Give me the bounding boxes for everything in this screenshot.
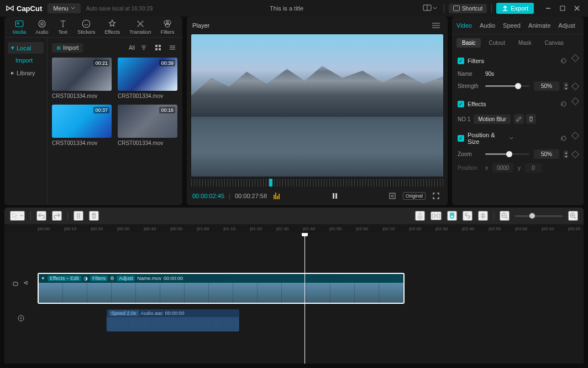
mute-track-icon[interactable] [23, 279, 30, 286]
insp-tab-audio[interactable]: Audio [480, 22, 495, 29]
keyframe-icon[interactable] [571, 132, 579, 139]
spin-down[interactable]: ▾ [564, 86, 568, 90]
reset-icon[interactable] [558, 133, 569, 144]
insp-tab-speed[interactable]: Speed [503, 22, 521, 29]
audio-clip[interactable]: Speed 2.0x Audio.aac 00:00:00 [107, 309, 239, 331]
split-button[interactable] [74, 211, 83, 221]
sidebar-item-local[interactable]: ▾Local [8, 42, 44, 54]
lock-track-icon[interactable] [12, 279, 19, 286]
insp-tab-animate[interactable]: Animate [528, 22, 550, 29]
ruler-tick: |01:00 [197, 226, 209, 231]
insp-tab-adjust[interactable]: Adjust [558, 22, 575, 29]
preview-axis-button[interactable] [478, 211, 488, 221]
tab-transition[interactable]: Transition [126, 18, 154, 36]
menu-button[interactable]: Menu [48, 3, 81, 13]
media-clip[interactable]: 00:16CRST001334.mov [118, 105, 178, 146]
media-clip[interactable]: 00:39CRST001334.mov [118, 58, 178, 99]
shortcut-button[interactable]: Shortcut [449, 4, 487, 13]
tab-stickers[interactable]: Stickers [74, 18, 98, 36]
timeline-tracks[interactable]: ✦ Effects – Edit ◑ Filters ⚙ Adjust Name… [4, 233, 584, 364]
spin-up[interactable]: ▴ [564, 82, 568, 86]
player-menu-button[interactable] [430, 20, 442, 30]
preview-viewport[interactable] [191, 34, 443, 177]
view-grid-button[interactable] [153, 42, 164, 53]
media-clip[interactable]: 00:21CRST001334.mov [52, 58, 112, 99]
tab-effects[interactable]: Effects [102, 18, 123, 36]
delete-button[interactable] [89, 211, 99, 221]
sort-button[interactable] [138, 42, 149, 53]
spin-up[interactable]: ▴ [564, 151, 568, 154]
filter-all[interactable]: All [129, 45, 135, 51]
ruler-tick: |03:00 [515, 226, 527, 231]
zoom-in-button[interactable] [568, 211, 578, 221]
zoom-out-button[interactable] [500, 211, 510, 221]
redo-button[interactable] [52, 211, 62, 221]
pos-y-input[interactable] [525, 163, 542, 173]
filter-icon: ◑ [83, 276, 88, 281]
undo-button[interactable] [36, 211, 46, 221]
view-list-button[interactable] [167, 42, 178, 53]
filters-checkbox[interactable]: ✓ [458, 58, 464, 64]
sidebar-item-import[interactable]: Import [8, 55, 44, 66]
edit-effect-icon[interactable] [514, 114, 524, 124]
audio-track-icon[interactable] [18, 315, 24, 322]
record-button[interactable] [415, 211, 425, 221]
export-button[interactable]: Export [496, 3, 534, 14]
import-button[interactable]: ⊕Import [52, 43, 83, 53]
keyframe-icon[interactable] [571, 54, 579, 62]
playhead[interactable] [305, 233, 305, 364]
media-clip[interactable]: 00:37CRST001334.mov [52, 105, 112, 146]
tab-media[interactable]: Media [9, 18, 30, 36]
divider [444, 4, 444, 13]
svg-rect-16 [159, 45, 161, 47]
link-button[interactable] [463, 211, 473, 221]
keyframe-icon[interactable] [571, 97, 579, 105]
magnet-button[interactable] [447, 211, 457, 221]
ruler-tick: |01:20 [250, 226, 262, 231]
zoom-slider[interactable] [485, 153, 529, 155]
layout-button[interactable] [421, 2, 439, 14]
subtab-cutout[interactable]: Cutout [483, 38, 510, 48]
original-badge[interactable]: Original [403, 192, 426, 200]
spin-down[interactable]: ▾ [564, 154, 568, 158]
close-button[interactable] [571, 3, 582, 14]
keyframe-icon[interactable] [571, 82, 579, 90]
ruler-tick: |01:10 [223, 226, 235, 231]
strength-input[interactable] [534, 81, 559, 91]
pos-x-input[interactable] [492, 163, 513, 173]
tab-audio[interactable]: Audio [33, 18, 52, 36]
player-title: Player [192, 22, 209, 29]
tab-filters[interactable]: Filters [158, 18, 178, 36]
sidebar-item-library[interactable]: ▸Library [8, 67, 44, 79]
scopes-button[interactable] [271, 190, 284, 201]
select-tool[interactable] [10, 211, 25, 221]
main-track-button[interactable] [431, 211, 442, 220]
zoom-slider[interactable] [515, 215, 563, 217]
keyframe-icon[interactable] [571, 150, 579, 158]
ruler-tick: |00:30 [117, 226, 129, 231]
maximize-button[interactable] [557, 3, 568, 14]
chevron-down-icon[interactable] [508, 136, 514, 141]
subtab-basic[interactable]: Basic [456, 38, 481, 48]
player-ruler[interactable] [191, 179, 443, 186]
timeline-ruler[interactable]: |00:00|00:10|00:20|00:30|00:40|00:50|01:… [4, 224, 584, 233]
delete-effect-icon[interactable] [526, 114, 536, 124]
reset-icon[interactable] [558, 99, 569, 110]
export-icon [502, 5, 508, 12]
effects-checkbox[interactable]: ✓ [458, 101, 464, 107]
subtab-mask[interactable]: Mask [513, 38, 537, 48]
tab-text[interactable]: Text [55, 18, 71, 36]
project-title[interactable]: This is a title [158, 5, 415, 12]
position-checkbox[interactable]: ✓ [458, 135, 464, 142]
reset-icon[interactable] [558, 55, 569, 66]
play-pause-button[interactable] [329, 190, 341, 202]
svg-rect-26 [275, 193, 276, 199]
video-clip[interactable]: ✦ Effects – Edit ◑ Filters ⚙ Adjust Name… [38, 273, 405, 304]
strength-slider[interactable] [485, 85, 529, 87]
minimize-button[interactable] [543, 3, 554, 14]
insp-tab-video[interactable]: Video [456, 22, 472, 29]
fullscreen-button[interactable] [430, 190, 442, 202]
subtab-canvas[interactable]: Canvas [539, 38, 569, 48]
ratio-button[interactable] [386, 190, 398, 202]
zoom-input[interactable] [534, 149, 559, 159]
